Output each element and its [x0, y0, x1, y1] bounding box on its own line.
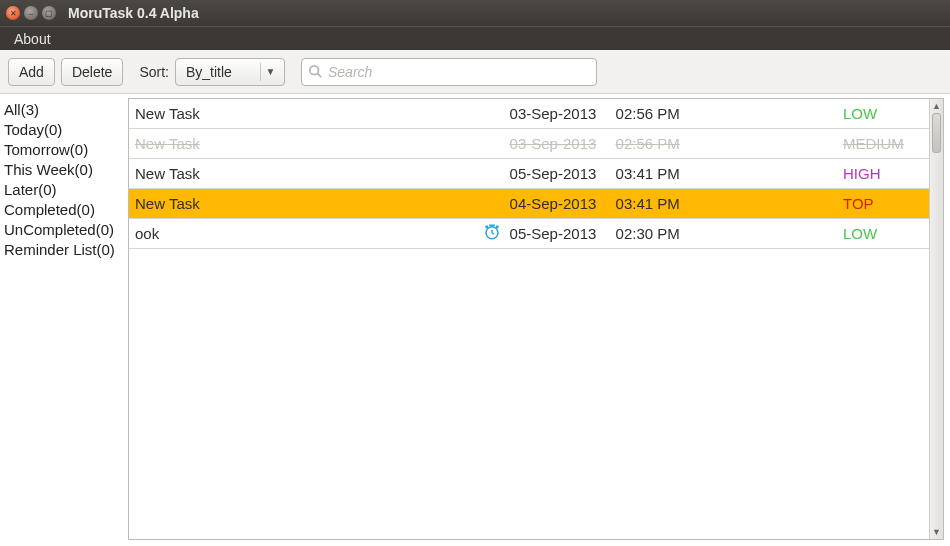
- task-row[interactable]: New Task03-Sep-201302:56 PMLOW: [129, 99, 929, 129]
- sidebar-item-thisweek[interactable]: This Week(0): [4, 160, 124, 180]
- maximize-icon[interactable]: ▢: [42, 6, 56, 20]
- task-row[interactable]: New Task05-Sep-201303:41 PMHIGH: [129, 159, 929, 189]
- sort-select[interactable]: By_title ▼: [175, 58, 285, 86]
- task-time: 03:41 PM: [616, 195, 696, 212]
- minimize-icon[interactable]: –: [24, 6, 38, 20]
- svg-point-6: [486, 226, 488, 228]
- task-date: 03-Sep-2013: [510, 105, 610, 122]
- title-bar: ✕ – ▢ MoruTask 0.4 Alpha: [0, 0, 950, 26]
- scrollbar[interactable]: ▲ ▼: [929, 99, 943, 539]
- sidebar-item-tomorrow[interactable]: Tomorrow(0): [4, 140, 124, 160]
- sidebar-item-later[interactable]: Later(0): [4, 180, 124, 200]
- close-icon[interactable]: ✕: [6, 6, 20, 20]
- sidebar: All(3) Today(0) Tomorrow(0) This Week(0)…: [0, 94, 128, 546]
- reminder-icon: [480, 223, 504, 244]
- svg-point-7: [496, 226, 498, 228]
- task-row[interactable]: New Task03-Sep-201302:56 PMMEDIUM: [129, 129, 929, 159]
- task-list: New Task03-Sep-201302:56 PMLOWNew Task03…: [129, 99, 929, 539]
- task-time: 02:56 PM: [616, 135, 696, 152]
- task-priority: LOW: [843, 225, 923, 242]
- task-title: New Task: [135, 135, 474, 152]
- svg-line-1: [318, 73, 322, 77]
- task-row[interactable]: ook05-Sep-201302:30 PMLOW: [129, 219, 929, 249]
- task-priority: TOP: [843, 195, 923, 212]
- svg-line-4: [492, 233, 494, 235]
- task-title: New Task: [135, 165, 474, 182]
- sort-label: Sort:: [139, 64, 169, 80]
- scroll-up-icon[interactable]: ▲: [930, 99, 943, 113]
- search-input[interactable]: [301, 58, 597, 86]
- sort-select-value: By_title: [186, 64, 232, 80]
- sidebar-item-today[interactable]: Today(0): [4, 120, 124, 140]
- task-date: 03-Sep-2013: [510, 135, 610, 152]
- scroll-down-icon[interactable]: ▼: [930, 525, 943, 539]
- sidebar-item-all[interactable]: All(3): [4, 100, 124, 120]
- task-date: 05-Sep-2013: [510, 225, 610, 242]
- window-controls: ✕ – ▢: [6, 6, 56, 20]
- task-title: New Task: [135, 105, 474, 122]
- add-button[interactable]: Add: [8, 58, 55, 86]
- task-date: 05-Sep-2013: [510, 165, 610, 182]
- menu-about[interactable]: About: [6, 29, 59, 49]
- content-area: All(3) Today(0) Tomorrow(0) This Week(0)…: [0, 94, 950, 546]
- task-time: 03:41 PM: [616, 165, 696, 182]
- task-priority: MEDIUM: [843, 135, 923, 152]
- task-time: 02:56 PM: [616, 105, 696, 122]
- task-priority: HIGH: [843, 165, 923, 182]
- svg-point-0: [310, 65, 319, 74]
- search-wrap: [301, 58, 597, 86]
- delete-button[interactable]: Delete: [61, 58, 123, 86]
- toolbar: Add Delete Sort: By_title ▼: [0, 50, 950, 94]
- task-panel: New Task03-Sep-201302:56 PMLOWNew Task03…: [128, 98, 944, 540]
- search-icon: [308, 64, 322, 78]
- task-date: 04-Sep-2013: [510, 195, 610, 212]
- scroll-thumb[interactable]: [932, 113, 941, 153]
- task-row[interactable]: New Task04-Sep-201303:41 PMTOP: [129, 189, 929, 219]
- sidebar-item-reminder[interactable]: Reminder List(0): [4, 240, 124, 260]
- sidebar-item-uncompleted[interactable]: UnCompleted(0): [4, 220, 124, 240]
- window-title: MoruTask 0.4 Alpha: [68, 5, 199, 21]
- menu-bar: About: [0, 26, 950, 50]
- task-priority: LOW: [843, 105, 923, 122]
- task-title: New Task: [135, 195, 474, 212]
- task-title: ook: [135, 225, 474, 242]
- sidebar-item-completed[interactable]: Completed(0): [4, 200, 124, 220]
- chevron-down-icon: ▼: [260, 63, 280, 81]
- task-time: 02:30 PM: [616, 225, 696, 242]
